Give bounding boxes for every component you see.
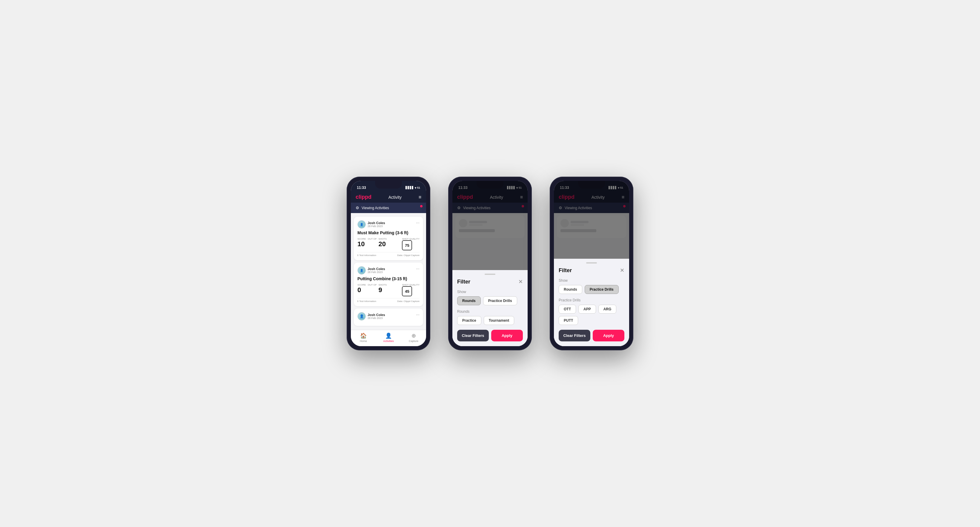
filter-modal: Filter ✕ Show RoundsPractice Drills Roun… [452,270,528,346]
signal-icon: ▋▋▋▋ [406,186,414,189]
chip-arg[interactable]: ARG [598,305,617,314]
card-footer: ℹ Test Information Data: Clippd Capture [358,252,420,257]
clear-filters-button[interactable]: Clear Filters [559,330,590,341]
user-name: Josh Coles [368,267,385,271]
modal-actions: Clear Filters Apply [457,330,523,341]
nav-label-capture: Capture [409,340,418,343]
filter-close-button[interactable]: ✕ [620,267,624,274]
footer-info-text: Test Information [359,300,376,303]
modal-actions: Clear Filters Apply [559,330,624,341]
filter-title: Filter [457,279,470,285]
apply-button[interactable]: Apply [491,330,523,341]
score-label: Score [358,284,366,286]
overlay-background[interactable] [452,181,528,270]
shots-value: 20 [379,240,386,248]
viewing-bar-text: Viewing Activities [361,206,389,210]
hamburger-icon[interactable]: ≡ [418,195,421,200]
show-label: Show [457,290,523,294]
header-title: Activity [388,195,402,200]
filter-overlay: Filter ✕ Show RoundsPractice Drills Prac… [554,181,629,346]
filter-title: Filter [559,267,572,274]
phone-3: 11:33 ▋▋▋▋ ▾ 51 clippd Activity ≡ ⚙ View… [550,177,633,350]
nav-item-activities[interactable]: 👤 Activities [376,332,401,343]
viewing-activities-bar[interactable]: ⚙ Viewing Activities [351,203,426,213]
show-chips: RoundsPractice Drills [559,285,624,294]
phone-2-screen: 11:33 ▋▋▋▋ ▾ 51 clippd Activity ≡ ⚙ View… [452,181,528,346]
wifi-icon: ▾ [415,186,416,189]
nav-item-home[interactable]: 🏠 Home [351,332,376,343]
shots-label: Shots [379,284,387,286]
activities-content: 👤 Josh Coles 28 Feb 2023 ··· Must Make P… [351,213,426,330]
shot-quality-label: Shot Quality [402,284,420,286]
nav-item-capture[interactable]: ⊕ Capture [401,332,426,343]
modal-header: Filter ✕ [457,278,523,285]
rounds-section: Rounds PracticeTournament [457,310,523,325]
activity-title: Putting Combine (3-15 ft) [358,276,420,281]
apply-button[interactable]: Apply [593,330,624,341]
nav-label-home: Home [360,340,367,343]
chip-show-practice-drills[interactable]: Practice Drills [585,285,619,294]
status-icons: ▋▋▋▋ ▾ 51 [406,186,420,189]
score-label: Score [358,238,366,240]
bottom-navigation: 🏠 Home 👤 Activities ⊕ Capture [351,330,426,346]
show-section: Show RoundsPractice Drills [559,278,624,294]
chip-app[interactable]: APP [578,305,596,314]
card-header: 👤 Josh Coles 28 Feb 2023 ··· [358,220,420,229]
out-of-label: OUT OF [368,238,377,240]
nav-icon-capture: ⊕ [412,332,416,339]
chip-ott[interactable]: OTT [559,305,576,314]
more-options-button[interactable]: ··· [416,266,420,271]
chip-show-practice-drills[interactable]: Practice Drills [483,296,517,305]
shot-quality-badge: 75 [402,240,412,250]
chip-show-rounds[interactable]: Rounds [457,296,481,305]
more-options-button[interactable]: ··· [416,220,420,225]
info-icon: ℹ [358,254,358,257]
avatar: 👤 [358,312,366,321]
score-value: 10 [358,240,364,248]
shot-quality-badge: 45 [402,286,412,296]
out-of-label: OUT OF [368,284,377,286]
show-label: Show [559,278,624,283]
nav-icon-activities: 👤 [385,332,392,339]
chip-putt[interactable]: PUTT [559,316,578,325]
filter-overlay: Filter ✕ Show RoundsPractice Drills Roun… [452,181,528,346]
user-info: 👤 Josh Coles 28 Feb 2023 [358,312,385,321]
practice-drills-chips: OTTAPPARGPUTT [559,305,624,325]
chip-tournament[interactable]: Tournament [484,316,514,325]
clippd-logo: clippd [356,194,371,200]
modal-handle [485,274,495,275]
filter-icon: ⚙ [356,206,359,210]
modal-header: Filter ✕ [559,267,624,274]
notification-dot [420,205,423,207]
footer-data-text: Data: Clippd Capture [397,254,420,257]
user-name: Josh Coles [368,221,385,225]
footer-info: ℹ Test Information [358,254,376,257]
info-icon: ℹ [358,300,358,303]
activity-card: 👤 Josh Coles 28 Feb 2023 ··· Must Make P… [354,217,423,260]
more-options-button[interactable]: ··· [416,312,420,317]
clear-filters-button[interactable]: Clear Filters [457,330,489,341]
avatar: 👤 [358,266,366,275]
user-date: 28 Feb 2023 [368,317,385,320]
filter-close-button[interactable]: ✕ [519,278,523,285]
chip-practice[interactable]: Practice [457,316,481,325]
phone-1: 11:33 ▋▋▋▋ ▾ 51 clippd Activity ≡ ⚙ View… [347,177,430,350]
card-footer: ℹ Test Information Data: Clippd Capture [358,298,420,303]
stats-row: Score 0 OUT OF Shots 9 Shot Quality 45 [358,284,420,296]
shots-value: 9 [379,286,382,294]
stats-row: Score 10 OUT OF Shots 20 Shot Quality 75 [358,238,420,250]
phone-3-screen: 11:33 ▋▋▋▋ ▾ 51 clippd Activity ≡ ⚙ View… [554,181,629,346]
notch [375,181,402,189]
score-value: 0 [358,286,361,294]
practice-drills-label: Practice Drills [559,298,624,302]
status-time: 11:33 [357,186,366,190]
user-info: 👤 Josh Coles 28 Feb 2023 [358,220,385,229]
overlay-background[interactable] [554,181,629,259]
battery-icon: 51 [417,186,420,189]
rounds-chips: PracticeTournament [457,316,523,325]
filter-modal: Filter ✕ Show RoundsPractice Drills Prac… [554,259,629,346]
chip-show-rounds[interactable]: Rounds [559,285,582,294]
practice-drills-section: Practice Drills OTTAPPARGPUTT [559,298,624,325]
phone-1-screen: 11:33 ▋▋▋▋ ▾ 51 clippd Activity ≡ ⚙ View… [351,181,426,346]
shot-quality-label: Shot Quality [402,238,420,240]
